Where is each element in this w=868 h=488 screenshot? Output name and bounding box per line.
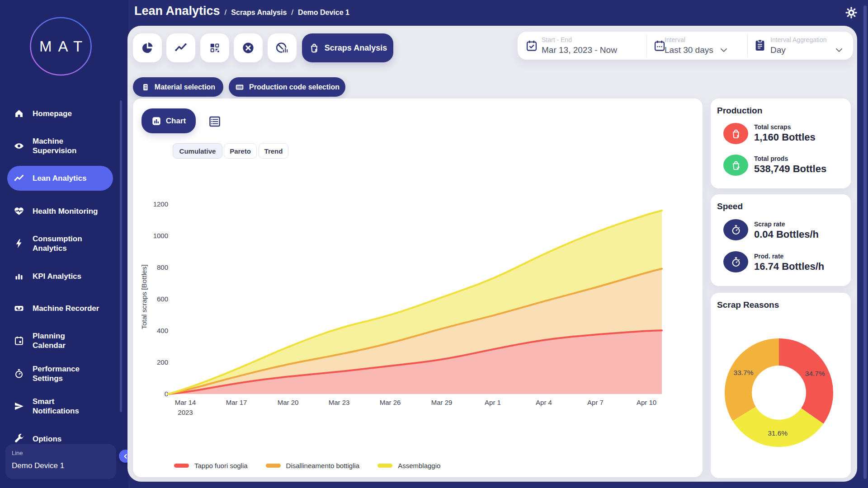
x-circle-icon [241, 41, 255, 55]
x-tick-label: Mar 20 [278, 399, 299, 406]
device-selector[interactable]: Line Demo Device 1 [5, 444, 116, 479]
speed-card: Speed Scrap rate 0.04 Bottles/h Prod. ra… [711, 194, 851, 286]
sidebar-scrollbar[interactable] [120, 100, 122, 412]
view-button-x[interactable] [234, 33, 263, 62]
total-scraps-icon-badge [723, 123, 748, 144]
material-selection-label: Material selection [155, 83, 215, 91]
production-code-selection-button[interactable]: Production code selection [229, 77, 345, 97]
settings-gear-icon[interactable] [845, 6, 858, 19]
bolt-icon [14, 238, 24, 249]
sidebar-item-planning-calendar[interactable]: Planning Calendar [0, 331, 128, 350]
page-scrollbar[interactable] [863, 5, 867, 479]
filters-bar: Start - End Mar 13, 2023 - Now Interval … [518, 32, 853, 60]
chevron-down-icon[interactable] [835, 48, 843, 52]
sidebar-item-label: Performance Settings [33, 364, 116, 383]
prod-rate-value: 16.74 Bottles/h [754, 261, 824, 272]
sidebar-item-smart-notifications[interactable]: Smart Notifications [0, 397, 128, 416]
x-tick-label: Mar 23 [329, 399, 350, 406]
sidebar-item-label: Health Monitoring [33, 206, 116, 216]
interval-value[interactable]: Last 30 days [665, 45, 713, 55]
y-tick-label: 200 [157, 358, 168, 366]
x-tick-label: Apr 10 [637, 399, 656, 406]
view-button-pie[interactable] [133, 33, 162, 62]
donut-slice-1 [779, 352, 820, 416]
home-icon [14, 108, 24, 119]
barcode-icon [235, 82, 245, 92]
sidebar-item-consumption-analytics[interactable]: Consumption Analytics [0, 234, 128, 253]
production-code-selection-label: Production code selection [249, 83, 340, 91]
chart-view-button[interactable]: Chart [142, 108, 196, 133]
tab-pareto[interactable]: Pareto [224, 143, 257, 159]
x-tick-label: 2023 [178, 408, 193, 416]
scrap-reasons-title: Scrap Reasons [717, 300, 779, 310]
sidebar-item-label: Lean Analytics [33, 174, 113, 183]
sidebar-item-homepage[interactable]: Homepage [0, 107, 128, 120]
scraps-analysis-label: Scraps Analysis [325, 43, 387, 53]
table-view-icon[interactable] [208, 115, 222, 128]
breadcrumb-item[interactable]: Scraps Analysis [231, 9, 287, 17]
line-chart-icon [174, 41, 188, 55]
logo-text: MAT [29, 17, 92, 76]
app-root: MAT Homepage Machine Supervision Lean An… [0, 0, 868, 488]
breadcrumb-item[interactable]: Demo Device 1 [298, 9, 349, 17]
legend-swatch [377, 464, 392, 468]
x-tick-label: Apr 4 [536, 399, 552, 406]
donut-slice-label: 34.7% [805, 370, 825, 377]
sidebar-item-health-monitoring[interactable]: Health Monitoring [0, 204, 128, 218]
aggregation-label: Interval Aggregation [770, 36, 827, 43]
sidebar-item-label: Machine Supervision [33, 136, 116, 155]
total-prods-label: Total prods [754, 155, 788, 162]
chart-card: Chart Cumulative Pareto Trend Total scra… [133, 99, 703, 477]
prod-rate-label: Prod. rate [754, 253, 783, 260]
divider [747, 34, 748, 57]
sidebar-item-machine-supervision[interactable]: Machine Supervision [0, 136, 128, 155]
stopwatch-icon [730, 224, 742, 236]
x-tick-label: Apr 7 [587, 399, 604, 406]
bag-check-icon [730, 160, 742, 171]
chart-view-label: Chart [166, 117, 186, 126]
breadcrumb: Lean Analytics / Scraps Analysis / Demo … [134, 4, 349, 22]
wrench-icon [14, 433, 24, 444]
grid-icon [208, 42, 221, 54]
tab-trend[interactable]: Trend [259, 143, 288, 159]
tab-cumulative[interactable]: Cumulative [173, 143, 222, 159]
sidebar-item-kpi-analytics[interactable]: KPI Analytics [0, 269, 128, 283]
material-selection-button[interactable]: Material selection [133, 77, 223, 97]
legend-label: Tappo fuori soglia [194, 462, 248, 469]
y-axis-label: Total scraps [Bottles] [140, 264, 148, 329]
legend-label: Disallineamento bottiglia [286, 462, 360, 469]
legend-swatch [174, 464, 189, 468]
scraps-analysis-button[interactable]: Scraps Analysis [302, 33, 393, 62]
donut-slice-label: 33.7% [734, 369, 754, 376]
sidebar-item-machine-recorder[interactable]: Machine Recorder [0, 301, 128, 315]
send-icon [14, 401, 24, 412]
aggregation-value[interactable]: Day [770, 45, 786, 55]
total-prods-icon-badge [723, 155, 748, 176]
x-tick-label: Mar 17 [226, 399, 247, 406]
sidebar-item-label: Machine Recorder [33, 304, 116, 313]
chevron-down-icon[interactable] [720, 48, 727, 52]
y-tick-label: 1200 [153, 200, 168, 208]
view-button-scrap[interactable] [268, 33, 297, 62]
sidebar-item-lean-analytics[interactable]: Lean Analytics [7, 166, 113, 191]
total-scraps-value: 1,160 Bottles [754, 131, 816, 143]
sidebar-item-options[interactable]: Options [0, 432, 128, 446]
chart-legend: Tappo fuori sogliaDisallineamento bottig… [174, 462, 453, 469]
prod-rate-icon-badge [723, 251, 748, 272]
view-button-grid[interactable] [200, 33, 229, 62]
y-tick-label: 400 [157, 327, 168, 334]
start-end-value[interactable]: Mar 13, 2023 - Now [542, 45, 617, 55]
total-scraps-label: Total scraps [754, 123, 791, 131]
chart-button-icon [151, 116, 161, 126]
scrap-rate-label: Scrap rate [754, 221, 785, 228]
page-title: Lean Analytics [134, 4, 220, 18]
breadcrumb-separator: / [225, 8, 227, 17]
scrap-reasons-donut-chart: 34.7%31.6%33.7% [722, 336, 835, 449]
sidebar-item-performance-settings[interactable]: Performance Settings [0, 364, 128, 383]
app-logo: MAT [29, 17, 92, 76]
view-button-line[interactable] [166, 33, 195, 62]
total-prods-value: 538,749 Bottles [754, 163, 826, 175]
stopwatch-icon [730, 256, 742, 268]
y-tick-label: 600 [157, 295, 168, 303]
calendar-interval-icon [653, 39, 666, 52]
